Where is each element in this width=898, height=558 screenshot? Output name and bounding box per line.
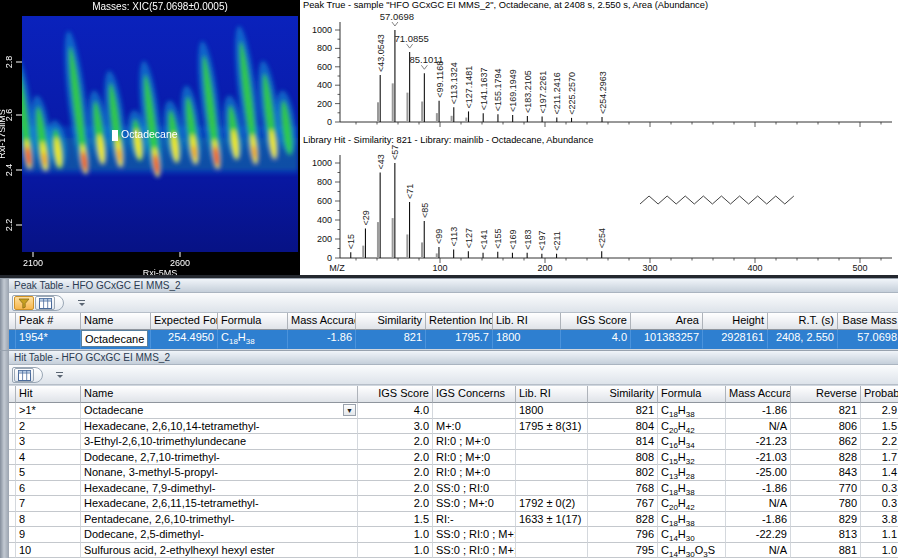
table-cell: N/A	[726, 543, 791, 558]
column-header[interactable]: Lib. RI	[493, 313, 561, 330]
column-header[interactable]: Retention Ind	[426, 313, 493, 330]
table-cell: -1.86	[288, 330, 356, 349]
spectra-panel[interactable]: Peak True - sample "HFO GCxGC EI MMS_2",…	[300, 0, 898, 278]
toolbar-overflow-icon[interactable]	[77, 299, 86, 307]
row-spacer	[9, 450, 16, 466]
column-header[interactable]: Similarity	[356, 313, 426, 330]
table-cell: -21.23	[726, 434, 791, 450]
table-cell: 3.0	[358, 419, 433, 435]
table-cell: Hexadecane, 2,6,10,14-tetramethyl-	[81, 419, 358, 435]
column-header[interactable]: IGS Score	[561, 313, 631, 330]
svg-text:<29: <29	[361, 210, 371, 225]
column-header[interactable]: Mass Accurac	[726, 386, 791, 403]
columns-button[interactable]	[14, 368, 34, 382]
table-cell: 795	[588, 543, 658, 558]
octadecane-marker[interactable]: Octadecane	[112, 128, 178, 141]
contour-plot-panel[interactable]: Masses: XIC(57.0698±0.0005)2.82.62.42.2R…	[0, 0, 300, 278]
column-header[interactable]: R.T. (s)	[768, 313, 838, 330]
table-cell: 1954*	[16, 330, 81, 349]
table-cell: Dodecane, 2,7,10-trimethyl-	[81, 450, 358, 466]
svg-text:2600: 2600	[170, 258, 190, 268]
table-cell: SS:0 ; RI:0 ; M+:	[433, 543, 516, 558]
table-row[interactable]: 6Hexadecane, 7,9-dimethyl-2.0SS:0 ; RI:0…	[9, 481, 898, 497]
table-cell: Hexadecane, 7,9-dimethyl-	[81, 481, 358, 497]
column-header[interactable]: Expected For	[151, 313, 218, 330]
table-cell: RI:0 ; M+:0	[433, 434, 516, 450]
column-header[interactable]: IGS Concerns	[433, 386, 516, 403]
column-header[interactable]: Height	[703, 313, 768, 330]
table-cell: Octadecane	[81, 330, 151, 349]
table-cell: 780	[791, 496, 861, 512]
hit-table-window: Hit Table - HFO GCxGC EI MMS_2 HitNameIG…	[0, 350, 898, 558]
table-row[interactable]: 7Hexadecane, 2,6,11,15-tetramethyl-2.0SS…	[9, 496, 898, 512]
peak-table-window: Peak Table - HFO GCxGC EI MMS_2	[0, 278, 898, 350]
columns-button[interactable]	[35, 296, 55, 310]
table-row[interactable]: 8Pentadecane, 2,6,10-trimethyl-1.5RI:-16…	[9, 512, 898, 528]
table-cell: C20H42	[658, 419, 726, 435]
table-cell	[433, 403, 516, 419]
table-cell: 2.9	[861, 403, 898, 419]
svg-text:<155: <155	[493, 229, 503, 249]
column-header[interactable]: Formula	[218, 313, 288, 330]
table-cell: M+:0	[433, 419, 516, 435]
column-header[interactable]: Probab	[861, 386, 898, 403]
table-cell: 806	[791, 419, 861, 435]
table-cell: 2.0	[358, 496, 433, 512]
table-cell: 254.4950	[151, 330, 218, 349]
toolbar-overflow-icon[interactable]	[55, 371, 64, 379]
table-cell: -22.29	[726, 527, 791, 543]
table-cell: C18H38	[658, 403, 726, 419]
table-cell: 821	[356, 330, 426, 349]
table-cell: 2408, 2.550	[768, 330, 838, 349]
column-header[interactable]: Mass Accurac	[288, 313, 356, 330]
row-spacer	[9, 434, 16, 450]
contour-plot[interactable]: Masses: XIC(57.0698±0.0005)2.82.62.42.2R…	[0, 0, 300, 278]
table-row[interactable]: 9Dodecane, 2,5-dimethyl-1.0SS:0 ; RI:0 ;…	[9, 527, 898, 543]
column-header[interactable]: Reverse	[791, 386, 861, 403]
svg-text:<57: <57	[390, 145, 400, 160]
column-header[interactable]: Peak #	[16, 313, 81, 330]
table-row[interactable]: 2Hexadecane, 2,6,10,14-tetramethyl-3.0M+…	[9, 419, 898, 435]
svg-text:<43: <43	[376, 154, 386, 169]
table-cell: 2	[16, 419, 81, 435]
spectra-plot[interactable]: Peak True - sample "HFO GCxGC EI MMS_2",…	[300, 0, 898, 278]
name-dropdown-button[interactable]: ▼	[343, 404, 356, 416]
filter-button[interactable]	[14, 296, 34, 310]
table-row[interactable]: >1*Octadecane▼4.01800821C18H38-1.868212.…	[9, 403, 898, 419]
name-edit-cell[interactable]: Octadecane	[81, 330, 148, 347]
table-row[interactable]: 10Sulfurous acid, 2-ethylhexyl hexyl est…	[9, 543, 898, 558]
table-cell: 1795 ± 8(31)	[516, 419, 588, 435]
table-cell: 1.0	[358, 543, 433, 558]
column-header[interactable]: Hit	[16, 386, 81, 403]
column-header[interactable]: Name	[81, 386, 358, 403]
row-spacer	[9, 386, 16, 403]
svg-text:<211.2416: <211.2416	[552, 72, 562, 114]
table-cell: 7	[16, 496, 81, 512]
column-header[interactable]: Lib. RI	[516, 386, 588, 403]
columns-icon	[18, 370, 31, 381]
table-cell: 8	[16, 512, 81, 528]
table-cell	[516, 543, 588, 558]
table-row[interactable]: 1954*Octadecane254.4950C18H38-1.86821179…	[9, 330, 898, 349]
molecule-structure	[640, 196, 794, 204]
column-header[interactable]: Formula	[658, 386, 726, 403]
column-header[interactable]: Area	[631, 313, 703, 330]
table-row[interactable]: 5Nonane, 3-methyl-5-propyl-2.0RI:0 ; M+:…	[9, 465, 898, 481]
column-header[interactable]: IGS Score	[358, 386, 433, 403]
svg-text:200: 200	[537, 263, 552, 273]
column-header[interactable]: Name	[81, 313, 151, 330]
svg-text:500: 500	[852, 263, 867, 273]
table-cell: C20H42	[658, 496, 726, 512]
table-cell	[516, 481, 588, 497]
table-cell: RI:0 ; M+:0	[433, 450, 516, 466]
table-cell: 1.0	[358, 527, 433, 543]
column-header[interactable]: Base Mass	[838, 313, 898, 330]
table-row[interactable]: 33-Ethyl-2,6,10-trimethylundecane2.0RI:0…	[9, 434, 898, 450]
row-spacer	[9, 512, 16, 528]
row-spacer	[9, 527, 16, 543]
column-header[interactable]: Similarity	[588, 386, 658, 403]
table-cell: 2928161	[703, 330, 768, 349]
table-row[interactable]: 4Dodecane, 2,7,10-trimethyl-2.0RI:0 ; M+…	[9, 450, 898, 466]
table-cell: -25.00	[726, 465, 791, 481]
svg-text:<43.0543: <43.0543	[376, 34, 386, 72]
